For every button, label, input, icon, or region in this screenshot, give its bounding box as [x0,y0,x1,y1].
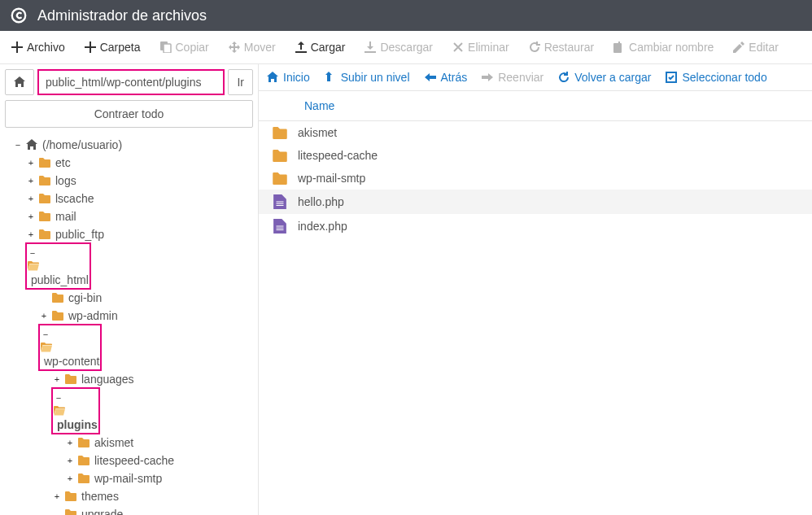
collapse-all-button[interactable]: Contraer todo [5,100,253,128]
collapse-icon[interactable]: − [54,393,63,403]
tree-item-languages[interactable]: +languages [52,370,253,388]
folder-icon [78,438,89,447]
eliminar-button[interactable]: Eliminar [444,37,517,57]
go-button[interactable]: Ir [228,69,253,95]
tree-item-upgrade[interactable]: upgrade [52,505,253,515]
tree-item-lscache[interactable]: +lscache [26,190,253,207]
volver-button[interactable]: Volver a cargar [558,71,651,84]
eliminar-label: Eliminar [468,41,509,54]
folder-open-icon [41,343,99,352]
file-row[interactable]: wp-mail-smtp [259,167,812,190]
copiar-button[interactable]: Copiar [152,37,217,57]
file-row[interactable]: hello.php [259,190,812,214]
cargar-button[interactable]: Cargar [287,37,354,57]
seleccionar-button[interactable]: Seleccionar todo [666,71,766,84]
expand-icon[interactable]: + [65,456,75,465]
tree-item-mail[interactable]: +mail [26,207,253,225]
home-button[interactable] [5,69,34,95]
expand-icon[interactable]: + [26,194,36,203]
collapse-icon[interactable]: − [28,248,37,258]
collapse-icon[interactable]: − [13,140,23,150]
tree-item-akismet[interactable]: +akismet [65,434,253,452]
tree-item-public-html[interactable]: −public_html [26,243,253,289]
restore-icon [529,41,540,53]
file-row[interactable]: akismet [259,121,812,144]
cambiar-nombre-label: Cambiar nombre [629,41,714,54]
expand-icon[interactable]: + [26,212,36,221]
atras-label: Atrás [441,71,468,84]
descargar-button[interactable]: Descargar [356,37,441,57]
cambiar-nombre-button[interactable]: Cambiar nombre [605,37,722,57]
tree-item-plugins[interactable]: −plugins [52,388,253,434]
tree-item-wp-admin[interactable]: +wp-admin [39,307,253,325]
atras-button[interactable]: Atrás [425,71,468,84]
file-row[interactable]: index.php [259,214,812,238]
table-header: Name [259,91,812,121]
subir-button[interactable]: Subir un nivel [325,71,410,84]
select-all-icon [666,72,677,83]
tree-item-public-ftp[interactable]: +public_ftp [26,225,253,243]
mover-button[interactable]: Mover [220,37,284,57]
move-icon [229,41,240,53]
tree-label: akismet [94,434,133,452]
file-name: index.php [298,220,347,233]
file-row[interactable]: litespeed-cache [259,144,812,167]
tree-item-logs[interactable]: +logs [26,172,253,190]
folder-icon [39,229,50,239]
folder-icon [52,293,63,303]
tree-item-litespeed-cache[interactable]: +litespeed-cache [65,452,253,469]
expand-icon[interactable]: + [65,474,75,483]
file-name: akismet [298,126,337,139]
back-icon [425,72,436,83]
inicio-button[interactable]: Inicio [267,71,310,84]
expand-icon[interactable]: + [26,176,36,185]
collapse-icon[interactable]: − [41,330,50,339]
tree-root[interactable]: −(/home/usuario) [13,136,253,154]
carpeta-button[interactable]: Carpeta [76,37,149,57]
folder-icon [52,311,63,321]
home-icon [14,76,25,88]
folder-icon [272,127,288,139]
expand-icon[interactable]: + [65,438,75,447]
expand-icon[interactable]: + [26,229,36,239]
tree-label: upgrade [81,505,123,515]
tree-label: public_ftp [55,225,104,243]
folder-tree: −(/home/usuario) +etc +logs +lscache +ma… [5,133,253,515]
archivo-button[interactable]: Archivo [3,37,73,57]
tree-item-cgi-bin[interactable]: cgi-bin [39,289,253,307]
tree-item-themes[interactable]: +themes [52,487,253,505]
tree-label: wp-admin [68,307,118,325]
tree-label: etc [55,154,71,172]
volver-label: Volver a cargar [574,71,651,84]
restaurar-button[interactable]: Restaurar [521,37,602,57]
tree-item-wp-content[interactable]: −wp-content [39,325,253,370]
app-header: Administrador de archivos [0,0,812,31]
expand-icon[interactable]: + [26,158,36,168]
sidebar: Ir Contraer todo −(/home/usuario) +etc +… [0,64,259,515]
folder-open-icon [54,406,98,416]
plus-icon [85,41,96,53]
folder-icon [65,491,76,501]
app-title: Administrador de archivos [37,7,207,24]
copy-icon [160,41,172,53]
path-input[interactable] [37,69,225,95]
expand-icon[interactable]: + [52,374,62,384]
folder-open-icon [28,261,89,271]
reload-icon [558,72,570,83]
folder-icon [65,374,76,384]
expand-icon[interactable]: + [39,311,49,321]
tree-item-etc[interactable]: +etc [26,154,253,172]
folder-icon [39,158,50,168]
home-folder-icon [26,139,37,151]
tree-root-label: (/home/usuario) [42,136,122,154]
main-area: Ir Contraer todo −(/home/usuario) +etc +… [0,64,812,515]
mover-label: Mover [244,41,276,54]
svg-rect-2 [164,44,171,53]
editar-label: Editar [749,41,779,54]
tree-item-wp-mail-smtp[interactable]: +wp-mail-smtp [65,469,253,487]
expand-icon[interactable]: + [52,491,62,501]
editar-button[interactable]: Editar [725,37,787,57]
cargar-label: Cargar [311,41,346,54]
column-name[interactable]: Name [304,99,334,112]
reenviar-button[interactable]: Reenviar [482,71,544,84]
